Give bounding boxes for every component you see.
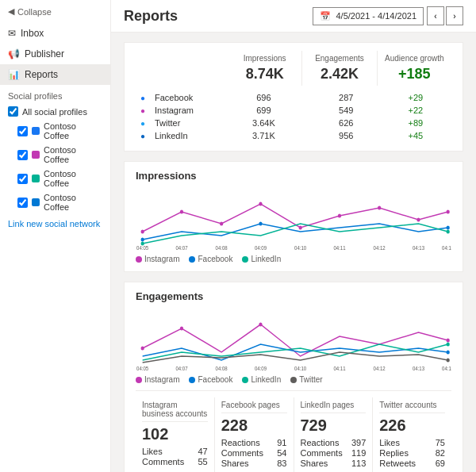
social-label-2: Contoso Coffee bbox=[44, 169, 102, 188]
impressions-total: 8.74K bbox=[234, 66, 295, 83]
link-social-button[interactable]: Link new social network bbox=[0, 214, 110, 233]
date-range-value: 4/5/2021 - 4/14/2021 bbox=[336, 11, 416, 21]
eng-stats-col: Twitter accounts 226 Likes75Replies82Ret… bbox=[373, 397, 451, 472]
engagements-chart: 04:05 04:07 04:08 04:09 04:10 04:11 04:1… bbox=[136, 309, 451, 372]
sidebar-item-label: Publisher bbox=[25, 48, 64, 59]
svg-point-2 bbox=[220, 222, 223, 226]
collapse-label: Collapse bbox=[17, 7, 52, 17]
svg-text:04:13: 04:13 bbox=[413, 245, 424, 251]
main-header: Reports 📅 4/5/2021 - 4/14/2021 ‹ › bbox=[111, 0, 476, 33]
svg-text:04:09: 04:09 bbox=[255, 366, 267, 371]
page-title: Reports bbox=[124, 8, 178, 25]
engagements-legend: Instagram Facebook LinkedIn Twitter bbox=[136, 375, 451, 384]
svg-text:04:08: 04:08 bbox=[216, 245, 228, 251]
legend-facebook: Facebook bbox=[189, 255, 232, 263]
engagements-svg: 04:05 04:07 04:08 04:09 04:10 04:11 04:1… bbox=[136, 309, 451, 372]
eng-stats-col: Instagram business accounts 102 Likes47C… bbox=[136, 397, 215, 472]
svg-text:04:14: 04:14 bbox=[442, 245, 451, 251]
svg-text:04:14: 04:14 bbox=[442, 366, 451, 371]
social-check-0[interactable] bbox=[17, 126, 28, 136]
summary-row: ● Facebook 696 287 +29 bbox=[137, 92, 450, 103]
svg-point-26 bbox=[447, 339, 450, 343]
engagements-header: Engagements 2.42K bbox=[302, 51, 377, 86]
svg-point-6 bbox=[378, 206, 381, 210]
leg-tw: Twitter bbox=[290, 375, 322, 384]
social-dot-0 bbox=[32, 127, 40, 135]
engagements-section: Engagements bbox=[124, 282, 463, 472]
calendar-icon: 📅 bbox=[320, 11, 331, 21]
collapse-button[interactable]: ◀ Collapse bbox=[0, 0, 110, 23]
impressions-section: Impressions bbox=[124, 161, 463, 272]
summary-card: Impressions 8.74K Engagements 2.42K Audi… bbox=[124, 42, 463, 152]
social-label-0: Contoso Coffee bbox=[44, 121, 102, 140]
impressions-header: Impressions 8.74K bbox=[228, 51, 302, 86]
svg-point-27 bbox=[447, 351, 450, 355]
main-area: Reports 📅 4/5/2021 - 4/14/2021 ‹ › Impre… bbox=[111, 0, 476, 472]
all-profiles-check[interactable] bbox=[8, 106, 18, 117]
date-prev-button[interactable]: ‹ bbox=[427, 6, 444, 25]
impressions-svg: 04:05 04:07 04:08 04:09 04:10 04:11 04:1… bbox=[136, 188, 451, 251]
svg-point-3 bbox=[259, 202, 262, 206]
svg-text:04:11: 04:11 bbox=[333, 245, 345, 251]
svg-text:04:08: 04:08 bbox=[216, 366, 228, 371]
sidebar: ◀ Collapse ✉ Inbox 📢 Publisher 📊 Reports… bbox=[0, 0, 111, 472]
eng-stats-col: LinkedIn pages 729 Reactions397Comments1… bbox=[294, 397, 374, 472]
social-check-2[interactable] bbox=[17, 174, 28, 184]
svg-point-23 bbox=[140, 347, 144, 351]
leg-fb: Facebook bbox=[189, 375, 232, 384]
svg-text:04:10: 04:10 bbox=[294, 366, 306, 371]
content-area: Impressions 8.74K Engagements 2.42K Audi… bbox=[111, 33, 476, 472]
social-check-1[interactable] bbox=[17, 150, 28, 160]
all-profiles-checkbox[interactable]: All social profiles bbox=[0, 104, 110, 119]
svg-point-25 bbox=[259, 323, 262, 327]
engagements-title: Engagements bbox=[136, 290, 451, 302]
audience-total: +185 bbox=[384, 66, 445, 83]
summary-header-row: Impressions 8.74K Engagements 2.42K Audi… bbox=[136, 51, 451, 86]
sidebar-item-reports[interactable]: 📊 Reports bbox=[0, 64, 110, 85]
social-check-3[interactable] bbox=[17, 198, 28, 208]
svg-text:04:10: 04:10 bbox=[294, 245, 306, 251]
svg-text:04:12: 04:12 bbox=[374, 245, 386, 251]
reports-icon: 📊 bbox=[8, 69, 20, 80]
svg-text:04:11: 04:11 bbox=[333, 366, 345, 371]
svg-text:04:05: 04:05 bbox=[136, 366, 148, 371]
social-item-2[interactable]: Contoso Coffee bbox=[0, 167, 110, 190]
social-item-0[interactable]: Contoso Coffee bbox=[0, 119, 110, 143]
svg-point-9 bbox=[140, 238, 144, 242]
svg-point-11 bbox=[447, 226, 450, 230]
svg-text:04:07: 04:07 bbox=[175, 366, 187, 371]
date-next-button[interactable]: › bbox=[446, 6, 463, 25]
social-item-1[interactable]: Contoso Coffee bbox=[0, 143, 110, 167]
social-label-3: Contoso Coffee bbox=[44, 193, 102, 212]
engagements-total: 2.42K bbox=[309, 66, 370, 83]
svg-text:04:13: 04:13 bbox=[413, 366, 424, 371]
leg-ig: Instagram bbox=[136, 375, 179, 384]
publisher-icon: 📢 bbox=[8, 48, 20, 59]
sidebar-item-label: Inbox bbox=[21, 28, 44, 39]
social-dot-3 bbox=[32, 198, 40, 206]
social-item-3[interactable]: Contoso Coffee bbox=[0, 190, 110, 214]
social-profiles-label: Social profiles bbox=[0, 85, 110, 104]
sidebar-item-publisher[interactable]: 📢 Publisher bbox=[0, 44, 110, 64]
svg-point-7 bbox=[416, 218, 420, 222]
all-profiles-label: All social profiles bbox=[22, 107, 87, 117]
svg-point-5 bbox=[338, 214, 341, 218]
svg-point-10 bbox=[259, 222, 262, 226]
svg-point-4 bbox=[298, 226, 301, 230]
sidebar-item-inbox[interactable]: ✉ Inbox bbox=[0, 23, 110, 44]
summary-row: ● LinkedIn 3.71K 956 +45 bbox=[137, 130, 450, 141]
audience-header: Audience growth +185 bbox=[378, 51, 451, 86]
svg-point-13 bbox=[447, 230, 450, 234]
eng-stats-col: Facebook pages 228 Reactions91Comments54… bbox=[215, 397, 294, 472]
date-range-picker[interactable]: 📅 4/5/2021 - 4/14/2021 bbox=[313, 7, 424, 25]
sidebar-item-label: Reports bbox=[25, 69, 58, 80]
summary-table: ● Facebook 696 287 +29 ● Instagram 699 5… bbox=[136, 90, 451, 143]
summary-row: ● Twitter 3.64K 626 +89 bbox=[137, 117, 450, 129]
svg-point-8 bbox=[447, 210, 450, 214]
svg-point-1 bbox=[180, 210, 183, 214]
impressions-legend: Instagram Facebook LinkedIn bbox=[136, 255, 451, 263]
impressions-chart: 04:05 04:07 04:08 04:09 04:10 04:11 04:1… bbox=[136, 188, 451, 251]
social-dot-2 bbox=[32, 175, 40, 182]
legend-instagram: Instagram bbox=[136, 255, 179, 263]
svg-point-24 bbox=[180, 327, 183, 331]
